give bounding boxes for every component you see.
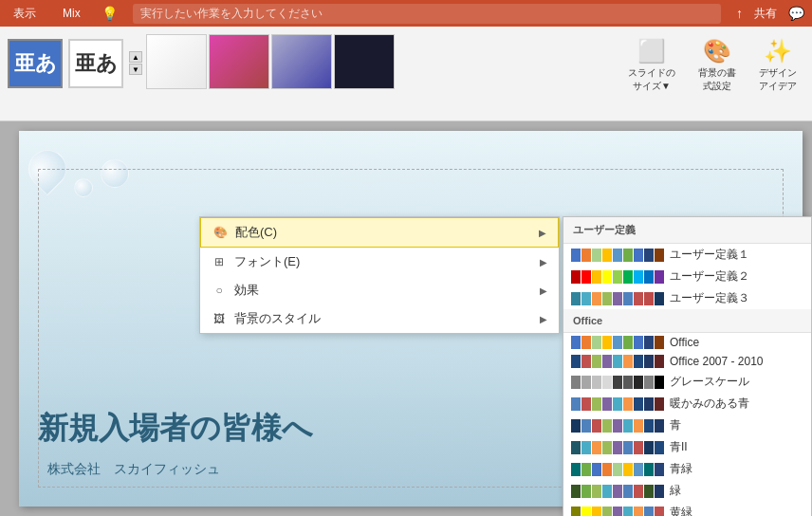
color-swatch	[592, 270, 601, 284]
color-swatch	[571, 376, 581, 389]
color-swatch-group	[571, 270, 664, 284]
color-swatch	[592, 463, 601, 476]
color-row[interactable]: 青	[563, 415, 811, 436]
color-swatch	[655, 419, 664, 433]
color-swatch	[613, 441, 622, 454]
color-swatch	[592, 397, 601, 411]
dropdown-item-fonts[interactable]: ⊞ フォント(E) ▶	[200, 248, 559, 276]
dropdown-item-effects[interactable]: ○ 効果 ▶	[200, 276, 559, 304]
color-swatch	[644, 441, 654, 454]
slide-size-button[interactable]: ⬜ スライドのサイズ▼	[620, 34, 683, 97]
color-swatch	[634, 249, 643, 262]
color-swatch	[613, 336, 622, 349]
color-panel[interactable]: ユーザー定義 ユーザー定義１ユーザー定義２ユーザー定義３ Office Offi…	[563, 216, 812, 516]
color-swatch	[655, 507, 664, 517]
color-swatch	[644, 270, 654, 284]
color-swatch	[613, 397, 622, 411]
ribbon-actions: ⬜ スライドのサイズ▼ 🎨 背景の書式設定 ✨ デザインアイデア	[620, 34, 804, 97]
color-swatch-group	[571, 397, 664, 411]
submenu-arrow-effects: ▶	[540, 286, 547, 296]
theme-thumb-3[interactable]	[271, 34, 332, 89]
color-row[interactable]: グレースケール	[563, 371, 811, 393]
color-swatch	[602, 336, 612, 349]
color-swatch	[592, 376, 601, 389]
font-icon: ⊞	[212, 254, 227, 269]
bg-format-label: 背景の書式設定	[698, 66, 736, 93]
color-swatch-group	[571, 376, 664, 389]
color-row-label: 青緑	[670, 461, 692, 477]
color-swatch	[581, 485, 591, 498]
color-row[interactable]: ユーザー定義１	[563, 244, 811, 266]
color-row[interactable]: 青緑	[563, 458, 811, 480]
color-swatch	[644, 463, 654, 476]
top-bar-right: ↑ 共有 💬	[736, 6, 804, 22]
color-row[interactable]: 青II	[563, 436, 811, 458]
color-swatch	[602, 463, 612, 476]
color-row-label: 暖かみのある青	[670, 396, 749, 412]
color-swatch	[581, 397, 591, 411]
dropdown-item-colors[interactable]: 🎨 配色(C) ▶	[200, 217, 559, 248]
theme-style-area: 亜あ 亜あ ▲ ▼	[8, 34, 395, 89]
bg-style-icon: 🖼	[212, 311, 227, 326]
color-swatch	[634, 441, 643, 454]
share-label[interactable]: 共有	[754, 6, 777, 22]
color-swatch	[602, 507, 612, 517]
theme-aa-white: 亜あ	[75, 49, 118, 78]
color-row[interactable]: ユーザー定義２	[563, 266, 811, 287]
color-row[interactable]: Office	[563, 333, 811, 352]
dropdown-item-bg-style[interactable]: 🖼 背景のスタイル ▶	[200, 304, 559, 333]
theme-thumb-2[interactable]	[209, 34, 269, 89]
color-swatch	[623, 507, 633, 517]
color-swatch	[602, 485, 612, 498]
waterdrop-2	[74, 178, 93, 197]
color-row[interactable]: Office 2007 - 2010	[563, 352, 811, 371]
color-swatch	[592, 507, 601, 517]
color-swatch	[644, 507, 654, 517]
color-swatch	[571, 355, 581, 368]
theme-thumb-4[interactable]	[334, 34, 395, 89]
search-bar[interactable]: 実行したい作業を入力してください	[133, 4, 721, 24]
scroll-down-btn[interactable]: ▼	[129, 64, 142, 75]
color-swatch	[581, 355, 591, 368]
topbar-item-mix[interactable]: Mix	[57, 5, 86, 22]
color-swatch-group	[571, 507, 664, 517]
color-row-label: ユーザー定義３	[670, 290, 749, 306]
share-icon: ↑	[736, 6, 743, 21]
color-swatch	[592, 441, 601, 454]
color-row[interactable]: ユーザー定義３	[563, 287, 811, 309]
color-swatch	[634, 485, 643, 498]
color-swatch	[571, 419, 581, 433]
color-swatch	[634, 397, 643, 411]
color-row[interactable]: 緑	[563, 480, 811, 502]
dropdown-effects-label: 効果	[234, 282, 259, 299]
main-content: 新規入場者の皆様へ 株式会社 スカイフィッシュ 🎨 配色(C) ▶ ⊞ フォント…	[0, 121, 812, 516]
color-swatch	[571, 397, 581, 411]
search-placeholder: 実行したい作業を入力してください	[140, 6, 323, 22]
topbar-item-view[interactable]: 表示	[8, 4, 42, 24]
color-row-label: ユーザー定義１	[670, 247, 749, 263]
color-swatch	[655, 355, 664, 368]
color-swatch	[655, 270, 664, 284]
color-swatch	[571, 336, 581, 349]
comment-icon[interactable]: 💬	[788, 6, 804, 21]
theme-thumb-1[interactable]	[146, 34, 207, 89]
color-row[interactable]: 黄緑	[563, 502, 811, 516]
slide-size-icon: ⬜	[637, 38, 666, 64]
color-swatch	[613, 270, 622, 284]
color-swatch	[602, 419, 612, 433]
color-swatch	[623, 270, 633, 284]
color-rows-office: OfficeOffice 2007 - 2010グレースケール暖かみのある青青青…	[563, 333, 811, 516]
bg-format-button[interactable]: 🎨 背景の書式設定	[691, 34, 744, 97]
color-swatch-group	[571, 336, 664, 349]
color-section-office: Office	[563, 309, 811, 333]
design-ideas-label: デザインアイデア	[759, 66, 797, 93]
submenu-arrow-colors: ▶	[539, 228, 546, 238]
color-row[interactable]: 暖かみのある青	[563, 393, 811, 415]
color-swatch	[623, 441, 633, 454]
color-swatch-group	[571, 249, 664, 262]
color-swatch	[634, 355, 643, 368]
scroll-up-btn[interactable]: ▲	[129, 51, 142, 63]
palette-icon: 🎨	[212, 225, 228, 240]
design-ideas-button[interactable]: ✨ デザインアイデア	[751, 34, 804, 97]
color-row-label: Office 2007 - 2010	[670, 355, 764, 368]
